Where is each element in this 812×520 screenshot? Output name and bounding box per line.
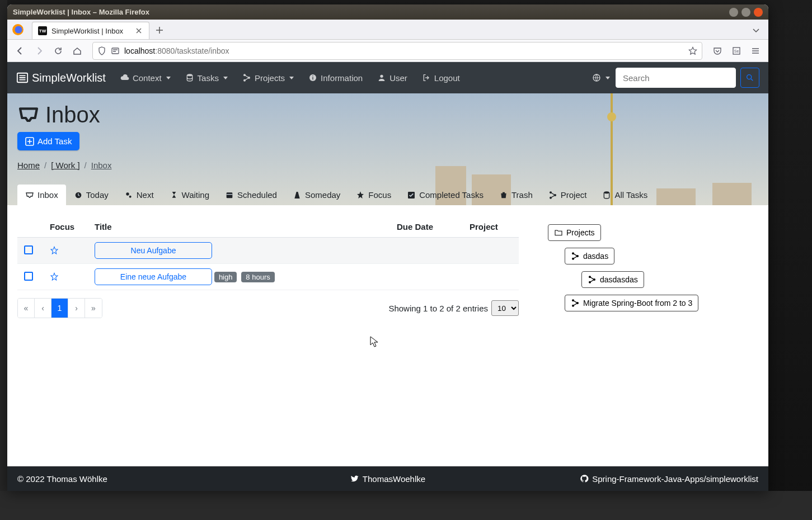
tab-someday[interactable]: Someday xyxy=(285,185,348,205)
window-minimize-button[interactable] xyxy=(729,8,738,17)
tab-project[interactable]: Project xyxy=(541,185,595,205)
page-first[interactable]: « xyxy=(18,299,35,318)
close-tab-icon[interactable] xyxy=(134,26,143,35)
tab-label: Someday xyxy=(305,190,340,200)
home-button[interactable] xyxy=(69,42,86,59)
add-task-button[interactable]: Add Task xyxy=(17,132,79,150)
tab-today[interactable]: Today xyxy=(66,185,116,205)
main-content: Focus Title Due Date Project xyxy=(7,205,768,491)
check-square-icon xyxy=(407,191,416,200)
new-tab-button[interactable] xyxy=(152,22,167,38)
tab-focus[interactable]: Focus xyxy=(348,185,399,205)
tab-next[interactable]: Next xyxy=(116,185,162,205)
page-last[interactable]: » xyxy=(85,299,102,318)
info-icon xyxy=(308,73,317,82)
page-next[interactable]: › xyxy=(68,299,85,318)
mouse-cursor-icon xyxy=(370,336,379,347)
url-bar[interactable]: localhost:8080/taskstate/inbox xyxy=(92,42,702,60)
road-icon xyxy=(293,191,302,200)
inbox-icon xyxy=(17,104,40,126)
svg-rect-11 xyxy=(312,77,313,80)
cloud-icon xyxy=(120,73,129,82)
priority-badge: high xyxy=(214,272,237,282)
window-close-button[interactable] xyxy=(754,8,763,17)
focus-star-icon[interactable] xyxy=(50,246,81,255)
nav-language[interactable] xyxy=(586,69,616,87)
clock-icon xyxy=(74,191,83,200)
col-title: Title xyxy=(88,216,390,238)
page-current[interactable]: 1 xyxy=(51,299,68,318)
nav-tasks[interactable]: Tasks xyxy=(180,69,233,87)
bookmark-star-icon[interactable] xyxy=(688,46,697,55)
search-icon xyxy=(745,73,754,82)
search-button[interactable] xyxy=(740,68,759,88)
tab-completed[interactable]: Completed Tasks xyxy=(399,185,491,205)
task-checkbox[interactable] xyxy=(24,245,33,254)
reload-button[interactable] xyxy=(50,42,67,59)
forward-button[interactable] xyxy=(31,42,48,59)
hamburger-menu-button[interactable] xyxy=(747,42,764,59)
nav-user[interactable]: User xyxy=(372,69,413,87)
star-icon xyxy=(356,191,365,200)
nav-logout[interactable]: Logout xyxy=(416,69,466,87)
breadcrumb-separator: / xyxy=(85,160,87,170)
project-label: Migrate Spring-Boot from 2 to 3 xyxy=(583,299,692,308)
col-due: Due Date xyxy=(390,216,463,238)
svg-point-6 xyxy=(187,74,192,76)
desktop-underlay-bottom xyxy=(0,491,812,520)
tracking-shield-icon[interactable] xyxy=(97,46,106,55)
window-maximize-button[interactable] xyxy=(741,8,750,17)
tabs-dropdown-button[interactable] xyxy=(748,22,764,38)
nav-context[interactable]: Context xyxy=(115,69,176,87)
task-title-link[interactable]: Eine neue Aufgabe xyxy=(95,268,212,285)
nav-user-label: User xyxy=(389,73,407,83)
project-label: dasdasdas xyxy=(600,275,638,284)
tab-scheduled[interactable]: Scheduled xyxy=(217,185,285,205)
page-title: Inbox xyxy=(17,102,758,127)
tab-trash[interactable]: Trash xyxy=(491,185,541,205)
tab-inbox[interactable]: Inbox xyxy=(17,185,66,205)
project-label: dasdas xyxy=(583,252,608,261)
breadcrumb-work[interactable]: [ Work ] xyxy=(51,160,79,170)
tab-label: Trash xyxy=(511,190,533,200)
nav-information[interactable]: Information xyxy=(303,69,368,87)
tab-label: Today xyxy=(86,190,109,200)
footer-twitter-link[interactable]: ThomasWoehlke xyxy=(363,474,425,484)
page-size-select[interactable]: 10 xyxy=(491,300,519,316)
tab-label: All Tasks xyxy=(614,190,647,200)
projects-panel: Projects dasdas dasdasdas Migrate S xyxy=(537,216,758,323)
brand[interactable]: SimpleWorklist xyxy=(16,72,106,84)
tab-waiting[interactable]: Waiting xyxy=(162,185,217,205)
project-item[interactable]: dasdas xyxy=(565,248,614,264)
twitter-icon xyxy=(350,474,359,483)
tab-label: Completed Tasks xyxy=(419,190,484,200)
extension-button[interactable]: Se xyxy=(728,42,745,59)
task-title-link[interactable]: Neu Aufgabe xyxy=(95,242,212,259)
plus-square-icon xyxy=(25,137,34,146)
add-task-label: Add Task xyxy=(37,136,72,146)
browser-tab[interactable]: TW SimpleWorklist | Inbox xyxy=(32,22,149,39)
projects-root[interactable]: Projects xyxy=(548,224,601,241)
project-item[interactable]: dasdasdas xyxy=(581,271,644,288)
svg-rect-12 xyxy=(312,75,313,76)
project-item[interactable]: Migrate Spring-Boot from 2 to 3 xyxy=(565,295,698,311)
nav-projects[interactable]: Projects xyxy=(237,69,299,87)
pocket-button[interactable] xyxy=(709,42,726,59)
page-prev[interactable]: ‹ xyxy=(35,299,51,318)
tab-all[interactable]: All Tasks xyxy=(594,185,655,205)
svg-point-18 xyxy=(126,192,129,195)
svg-text:Se: Se xyxy=(734,49,739,53)
connection-icon[interactable] xyxy=(111,46,120,55)
search-input[interactable] xyxy=(616,68,736,88)
task-checkbox[interactable] xyxy=(24,272,33,281)
focus-star-icon[interactable] xyxy=(50,272,81,281)
calendar-icon xyxy=(225,191,234,200)
footer-github-link[interactable]: Spring-Framework-Java-Apps/simpleworklis… xyxy=(592,474,758,484)
col-project: Project xyxy=(463,216,519,238)
breadcrumb-home[interactable]: Home xyxy=(17,160,40,170)
breadcrumb-separator: / xyxy=(44,160,46,170)
back-button[interactable] xyxy=(12,42,29,59)
diagram-icon xyxy=(242,73,251,82)
breadcrumb-current: Inbox xyxy=(91,160,112,170)
tab-label: Inbox xyxy=(37,190,58,200)
